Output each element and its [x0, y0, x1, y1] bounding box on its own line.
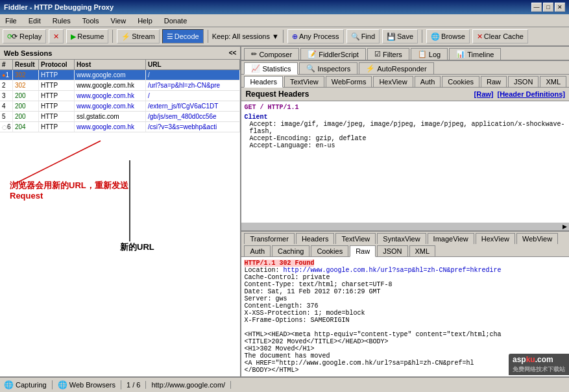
- toolbar: ⟳ ⟳ Replay ✕ ▶ Resume ⚡ Stream ☰ Decode …: [0, 27, 569, 47]
- close-button[interactable]: ✕: [555, 3, 565, 12]
- table-row[interactable]: ◌6 204 HTTP www.google.com.hk /csi?v=3&s…: [0, 122, 240, 132]
- browser-icon: 🌐: [58, 380, 67, 389]
- subtab-resp-cookies[interactable]: Cookies: [311, 245, 348, 256]
- app-window: Fiddler - HTTP Debugging Proxy — □ ✕ Fil…: [0, 0, 569, 392]
- find-button[interactable]: 🔍 Find: [346, 29, 380, 43]
- cell-result: 200: [13, 101, 39, 111]
- tab-fiddlerscript[interactable]: 📝 FiddlerScript: [300, 48, 366, 60]
- header-definitions-link[interactable]: [Header Definitions]: [497, 90, 565, 98]
- tab-autoresponder[interactable]: ⚡ AutoResponder: [359, 62, 433, 74]
- subtab-json[interactable]: JSON: [508, 76, 539, 87]
- separator-1: [112, 30, 113, 43]
- col-header-result: Result: [13, 60, 39, 69]
- subtab-resp-textview[interactable]: TextView: [335, 233, 376, 244]
- tab-inspectors[interactable]: 🔍 Inspectors: [299, 62, 357, 74]
- status-bar: 🌐 Capturing 🌐 Web Browsers 1 / 6 http://…: [0, 376, 569, 392]
- subtab-resp-auth[interactable]: Auth: [244, 245, 271, 256]
- cell-host: www.google.com.hk: [75, 91, 146, 101]
- subtab-webforms[interactable]: WebForms: [326, 76, 372, 87]
- maximize-button[interactable]: □: [543, 3, 553, 12]
- cell-result: 200: [13, 91, 39, 101]
- decode-button[interactable]: ☰ Decode: [162, 29, 204, 43]
- subtab-imageview[interactable]: ImageView: [428, 233, 474, 244]
- tab-timeline[interactable]: 📊 Timeline: [449, 48, 501, 60]
- any-process-button[interactable]: ⊕ Any Process: [287, 29, 344, 43]
- subtab-resp-json[interactable]: JSON: [377, 245, 407, 256]
- second-tab-bar: 📈 Statistics 🔍 Inspectors ⚡ AutoResponde…: [241, 60, 569, 75]
- subtab-cookies[interactable]: Cookies: [442, 76, 479, 87]
- menu-view[interactable]: View: [108, 16, 129, 25]
- stream-button[interactable]: ⚡ Stream: [117, 29, 159, 43]
- response-tab-bar: Transformer Headers TextView SyntaxView …: [241, 232, 569, 257]
- capturing-label: Capturing: [16, 381, 47, 389]
- minimize-button[interactable]: —: [531, 3, 542, 12]
- page-label: 1 / 6: [127, 381, 140, 389]
- subtab-resp-xml[interactable]: XML: [409, 245, 436, 256]
- sessions-panel-header: Web Sessions <<: [0, 47, 240, 60]
- href-line: <A HREF="http://www.google.com.hk/url?sa…: [244, 360, 474, 367]
- subtab-webview[interactable]: WebView: [516, 233, 558, 244]
- cell-result: 200: [13, 112, 39, 121]
- clear-cache-button[interactable]: ✕ Clear Cache: [472, 29, 528, 43]
- menu-file[interactable]: File: [3, 16, 19, 25]
- menu-rules[interactable]: Rules: [50, 16, 73, 25]
- scroll-hint: ▶: [241, 223, 569, 230]
- tab-filters[interactable]: ☑ Filters: [367, 48, 409, 60]
- cell-host: www.google.com.hk: [75, 80, 146, 90]
- log-icon: 📋: [418, 50, 427, 58]
- menu-edit[interactable]: Edit: [26, 16, 43, 25]
- cell-url: /csi?v=3&s=webhp&acti: [146, 122, 240, 132]
- subtab-caching[interactable]: Caching: [272, 245, 309, 256]
- watermark-ku: ku: [526, 355, 535, 364]
- left-panel: Web Sessions << # Result Protocol Host U…: [0, 47, 241, 376]
- subtab-resp-hexview[interactable]: HexView: [476, 233, 515, 244]
- cell-url: /gb/js/sem_480d0cc56e: [146, 112, 240, 121]
- replay-button[interactable]: ⟳ ⟳ Replay: [3, 29, 46, 43]
- resume-button[interactable]: ▶ Resume: [66, 29, 108, 43]
- subtab-xml[interactable]: XML: [540, 76, 566, 87]
- col-header-protocol: Protocol: [39, 60, 75, 69]
- cache-control-line: Cache-Control: private: [244, 274, 330, 281]
- sessions-table: # Result Protocol Host URL ●1 302 HTTP w…: [0, 60, 240, 376]
- subtab-raw[interactable]: Raw: [481, 76, 507, 87]
- menu-tools[interactable]: Tools: [80, 16, 102, 25]
- collapse-button[interactable]: <<: [229, 49, 237, 56]
- tab-log[interactable]: 📋 Log: [411, 48, 448, 60]
- subtab-auth[interactable]: Auth: [415, 76, 441, 87]
- subtab-resp-headers[interactable]: Headers: [296, 233, 335, 244]
- table-row[interactable]: 2 302 HTTP www.google.com.hk /url?sa=p&h…: [0, 80, 240, 91]
- capture-icon: 🌐: [4, 380, 14, 389]
- browse-icon: 🌐: [431, 32, 440, 41]
- menu-help[interactable]: Help: [135, 16, 155, 25]
- raw-link[interactable]: [Raw]: [474, 90, 494, 98]
- subtab-transformer[interactable]: Transformer: [244, 233, 295, 244]
- stream-icon: ⚡: [121, 32, 130, 41]
- content-type-line: Content-Type: text/html; charset=UTF-8: [244, 281, 392, 288]
- table-row[interactable]: ●1 302 HTTP www.google.com /: [0, 70, 240, 80]
- cell-host: www.google.com.hk: [75, 122, 146, 132]
- subtab-textview[interactable]: TextView: [284, 76, 324, 87]
- find-icon: 🔍: [351, 32, 360, 41]
- subtab-syntaxview[interactable]: SyntaxView: [377, 233, 426, 244]
- subtab-headers[interactable]: Headers: [244, 76, 283, 88]
- moved-text-line: The document has moved: [244, 352, 330, 360]
- browse-button[interactable]: 🌐 Browse: [426, 29, 470, 43]
- menu-donate[interactable]: Donate: [162, 16, 189, 25]
- row-icon: ●: [2, 72, 5, 79]
- table-row[interactable]: 4 200 HTTP www.google.com.hk /extern_js/…: [0, 101, 240, 112]
- tab-composer[interactable]: ✏ Composer: [244, 48, 299, 60]
- subtab-resp-raw[interactable]: Raw: [350, 245, 376, 257]
- save-button[interactable]: 💾 Save: [382, 29, 418, 43]
- cell-id: 2: [0, 80, 13, 90]
- tab-statistics[interactable]: 📈 Statistics: [244, 62, 298, 75]
- cell-id: 5: [0, 112, 13, 121]
- subtab-hexview[interactable]: HexView: [373, 76, 413, 87]
- html-head-line: <HTML><HEAD><meta http-equiv="content-ty…: [244, 331, 501, 338]
- autoresponder-icon: ⚡: [366, 64, 375, 73]
- page-status: 1 / 6: [127, 381, 146, 389]
- remove-button[interactable]: ✕: [49, 29, 64, 43]
- cell-protocol: HTTP: [39, 80, 75, 90]
- table-row[interactable]: 5 200 HTTP ssl.gstatic.com /gb/js/sem_48…: [0, 112, 240, 122]
- right-panel: ✏ Composer 📝 FiddlerScript ☑ Filters 📋 L…: [241, 47, 569, 376]
- table-row[interactable]: 3 200 HTTP www.google.com.hk /: [0, 91, 240, 101]
